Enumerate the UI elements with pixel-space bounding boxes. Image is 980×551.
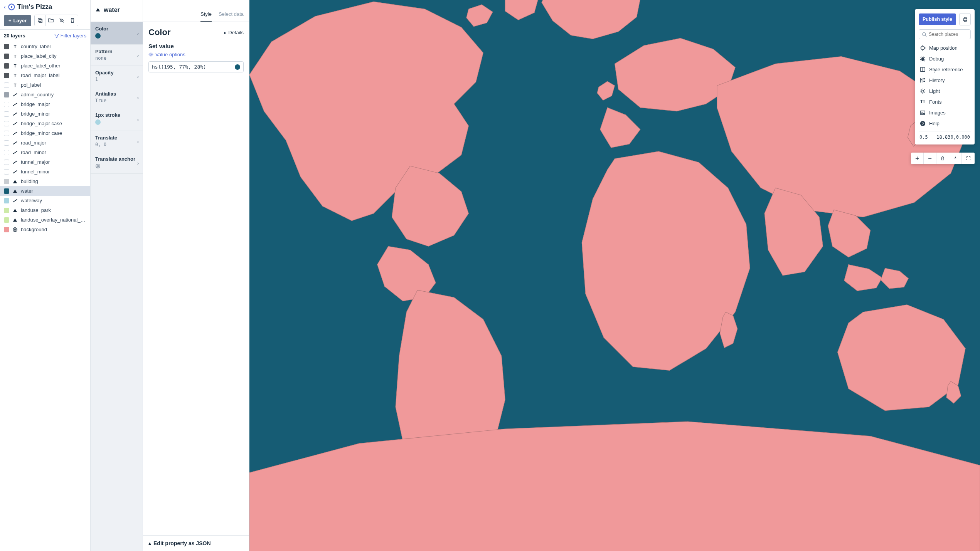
add-layer-button[interactable]: + Layer <box>4 15 31 26</box>
book-icon <box>919 66 926 72</box>
menu-item-history[interactable]: History <box>919 75 971 86</box>
layer-swatch-icon <box>4 150 9 155</box>
app-logo-icon <box>8 3 15 10</box>
map-canvas[interactable]: Publish style Map positionDebugStyle ref… <box>249 0 980 551</box>
chevron-right-icon: › <box>137 117 139 123</box>
svg-rect-19 <box>941 158 944 160</box>
value-options-link[interactable]: Value options <box>148 52 244 57</box>
svg-rect-3 <box>39 19 42 22</box>
delete-layer-button[interactable] <box>67 15 78 26</box>
bug-icon <box>919 55 926 62</box>
tab-select-data[interactable]: Select data <box>219 11 244 22</box>
prop-nav-color[interactable]: Color› <box>91 22 143 45</box>
menu-item-fonts[interactable]: TтFonts <box>919 96 971 107</box>
color-input-wrapper[interactable] <box>148 61 244 72</box>
property-title: Color <box>148 27 170 37</box>
layer-item-country-label[interactable]: Tcountry_label <box>0 42 90 51</box>
prop-label: Pattern <box>95 49 138 54</box>
layer-item-background[interactable]: background <box>0 225 90 234</box>
menu-item-images[interactable]: Images <box>919 107 971 118</box>
layer-item-tunnel-major[interactable]: tunnel_major <box>0 157 90 167</box>
plus-icon: + <box>8 18 12 24</box>
layer-item-bridge-major[interactable]: bridge_major <box>0 99 90 109</box>
tab-style[interactable]: Style <box>200 11 212 22</box>
menu-label: Images <box>929 110 946 116</box>
layer-item-road-major[interactable]: road_major <box>0 138 90 148</box>
prop-nav-translate[interactable]: Translate0, 0› <box>91 131 143 152</box>
search-places-input[interactable] <box>929 32 968 37</box>
back-arrow-icon[interactable]: ‹ <box>4 4 6 10</box>
layer-item-road-minor[interactable]: road_minor <box>0 148 90 157</box>
prop-nav-opacity[interactable]: Opacity1› <box>91 66 143 87</box>
layer-name-label: water <box>21 188 86 194</box>
layers-sidebar: ‹ Tim's Pizza + Layer 20 layers <box>0 0 91 551</box>
layer-type-icon <box>12 227 18 232</box>
property-nav: water Color›Patternnone›Opacity1›Antiali… <box>91 0 143 551</box>
chevron-right-icon: › <box>137 30 139 36</box>
layer-item-water[interactable]: water <box>0 186 90 196</box>
layer-type-icon: T <box>12 73 18 78</box>
filter-layers-link[interactable]: Filter layers <box>54 33 86 39</box>
layers-count: 20 layers <box>4 33 25 39</box>
prop-swatch-icon <box>95 119 101 125</box>
layer-swatch-icon <box>4 131 9 136</box>
project-title: Tim's Pizza <box>17 3 52 11</box>
menu-label: History <box>929 77 945 83</box>
print-button[interactable] <box>959 13 971 25</box>
publish-style-button[interactable]: Publish style <box>919 13 956 25</box>
history-icon <box>919 77 926 83</box>
compass-icon <box>953 156 958 161</box>
details-toggle[interactable]: ▸ Details <box>224 30 244 35</box>
layer-type-icon <box>12 131 18 136</box>
edit-json-toggle[interactable]: ▴ Edit property as JSON <box>143 535 249 551</box>
menu-label: Fonts <box>929 99 942 105</box>
menu-item-style_reference[interactable]: Style reference <box>919 64 971 75</box>
prop-label: 1px stroke <box>95 112 138 118</box>
layer-type-icon: T <box>12 82 18 88</box>
layer-item-poi-label[interactable]: Tpoi_label <box>0 80 90 90</box>
layer-item-bridge-major-case[interactable]: bridge_major case <box>0 119 90 128</box>
layer-item-bridge-minor-case[interactable]: bridge_minor case <box>0 128 90 138</box>
layer-item-landuse-overlay-national-park[interactable]: landuse_overlay_national_park <box>0 215 90 225</box>
layer-item-admin-country[interactable]: admin_country <box>0 90 90 99</box>
menu-item-help[interactable]: ?Help <box>919 118 971 129</box>
group-layer-button[interactable] <box>45 15 56 26</box>
layer-name-label: landuse_park <box>21 207 86 213</box>
layer-name-label: place_label_other <box>21 63 86 69</box>
layer-item-tunnel-minor[interactable]: tunnel_minor <box>0 167 90 176</box>
prop-nav-antialias[interactable]: AntialiasTrue› <box>91 87 143 108</box>
svg-rect-15 <box>920 111 924 114</box>
zoom-in-button[interactable]: + <box>911 153 924 164</box>
layer-item-landuse-park[interactable]: landuse_park <box>0 205 90 215</box>
prop-nav-pattern[interactable]: Patternnone› <box>91 45 143 66</box>
prop-nav-translate_anchor[interactable]: Translate anchor› <box>91 152 143 174</box>
menu-label: Light <box>929 88 940 94</box>
menu-item-debug[interactable]: Debug <box>919 53 971 64</box>
zoom-out-button[interactable]: − <box>924 153 936 164</box>
menu-item-light[interactable]: Light <box>919 86 971 96</box>
layer-item-place-label-other[interactable]: Tplace_label_other <box>0 61 90 71</box>
chevron-right-icon: › <box>137 74 139 79</box>
color-swatch-icon <box>235 64 240 70</box>
duplicate-layer-button[interactable] <box>35 15 45 26</box>
fullscreen-button[interactable] <box>962 153 975 164</box>
layer-name-label: landuse_overlay_national_park <box>21 217 86 223</box>
prop-label: Translate <box>95 135 138 141</box>
layer-item-road-major-label[interactable]: Troad_major_label <box>0 71 90 80</box>
layer-item-place-label-city[interactable]: Tplace_label_city <box>0 51 90 61</box>
search-places-wrapper[interactable] <box>919 29 971 39</box>
layer-item-bridge-minor[interactable]: bridge_minor <box>0 109 90 119</box>
layer-swatch-icon <box>4 44 9 49</box>
prop-value: 0, 0 <box>95 142 138 147</box>
prop-value: 1 <box>95 77 138 82</box>
prop-nav-stroke[interactable]: 1px stroke› <box>91 108 143 131</box>
layer-item-waterway[interactable]: waterway <box>0 196 90 205</box>
layer-type-icon <box>12 198 18 203</box>
hide-layer-button[interactable] <box>56 15 67 26</box>
layer-item-building[interactable]: building <box>0 176 90 186</box>
color-value-input[interactable] <box>152 64 235 70</box>
lock-button[interactable] <box>936 153 949 164</box>
compass-button[interactable] <box>949 153 962 164</box>
menu-item-map_position[interactable]: Map position <box>919 42 971 53</box>
add-layer-label: Layer <box>13 18 27 24</box>
